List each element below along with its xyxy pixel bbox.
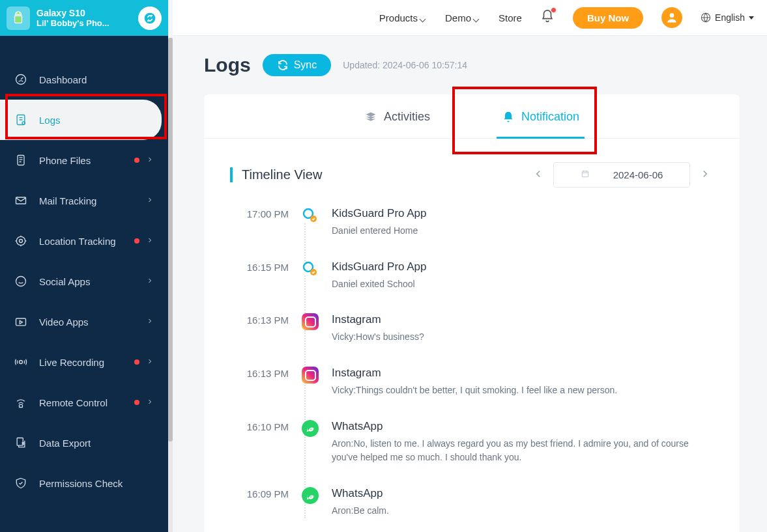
sidebar-item-video-apps[interactable]: Video Apps xyxy=(0,301,168,342)
remote-icon xyxy=(14,396,27,409)
timeline-time: 16:13 PM xyxy=(237,367,289,398)
nav-products[interactable]: Products xyxy=(379,12,427,23)
timeline-body: InstagramVicky:Things couldn't be better… xyxy=(332,367,714,398)
shield-icon xyxy=(14,477,27,490)
date-prev-button[interactable] xyxy=(530,165,547,185)
date-next-button[interactable] xyxy=(697,165,714,185)
chevron-right-icon xyxy=(146,154,154,166)
sync-button[interactable]: Sync xyxy=(263,54,332,76)
logs-card: Activities Notification Timeline View 20… xyxy=(204,94,740,532)
timeline-app-name: KidsGuard Pro App xyxy=(332,207,714,220)
sidebar-item-social-apps[interactable]: Social Apps xyxy=(0,261,168,301)
app-icon-kg xyxy=(302,260,319,277)
timeline-row: 16:13 PMInstagramVicky:Things couldn't b… xyxy=(237,367,714,398)
bell-icon xyxy=(502,111,515,124)
svg-point-0 xyxy=(670,13,674,18)
user-avatar[interactable] xyxy=(661,7,682,28)
alert-dot xyxy=(134,158,139,163)
tab-activities[interactable]: Activities xyxy=(338,94,456,138)
app-icon-wa xyxy=(302,487,319,504)
timeline-row: 16:10 PMWhatsAppAron:No, listen to me. I… xyxy=(237,420,714,465)
timeline-time: 16:09 PM xyxy=(237,487,289,518)
sidebar-nav: Dashboard Logs Phone Files Mail Tracking… xyxy=(0,36,168,503)
timeline-time: 16:13 PM xyxy=(237,313,289,344)
device-header: Galaxy S10 Lil' Bobby's Pho... xyxy=(0,0,168,36)
svg-point-5 xyxy=(22,122,25,124)
layers-icon xyxy=(364,111,377,124)
timeline-body: InstagramVicky:How's business? xyxy=(332,313,714,344)
sidebar-item-mail-tracking[interactable]: Mail Tracking xyxy=(0,180,168,221)
timeline-header: Timeline View 2024-06-06 xyxy=(230,162,714,188)
sidebar-item-permissions-check[interactable]: Permissions Check xyxy=(0,463,168,503)
export-icon xyxy=(14,436,27,449)
app-icon-ig xyxy=(302,367,319,384)
svg-rect-15 xyxy=(582,171,588,177)
svg-rect-13 xyxy=(20,404,23,407)
svg-point-12 xyxy=(20,361,23,364)
timeline-time: 16:10 PM xyxy=(237,420,289,465)
date-nav: 2024-06-06 xyxy=(530,162,714,188)
timeline-time: 17:00 PM xyxy=(237,207,289,238)
timeline-list: 17:00 PMKidsGuard Pro AppDaniel entered … xyxy=(230,207,714,518)
timeline-body: WhatsAppAron:No, listen to me. I always … xyxy=(332,420,714,465)
timeline-time: 16:15 PM xyxy=(237,260,289,292)
timeline-body: KidsGuard Pro AppDaniel exited School xyxy=(332,260,714,292)
location-icon xyxy=(14,234,27,247)
dashboard-icon xyxy=(14,73,27,86)
top-navbar: Products Demo Store Buy Now English xyxy=(173,0,767,36)
svg-point-8 xyxy=(16,236,25,245)
nav-store[interactable]: Store xyxy=(499,12,522,23)
timeline-app-name: KidsGuard Pro App xyxy=(332,260,714,273)
timeline-row: 16:09 PMWhatsAppAron:Be calm. xyxy=(237,487,714,518)
timeline-app-name: WhatsApp xyxy=(332,420,714,433)
notification-dot xyxy=(551,8,556,12)
nav-demo[interactable]: Demo xyxy=(445,12,480,23)
sidebar-item-phone-files[interactable]: Phone Files xyxy=(0,140,168,180)
refresh-icon xyxy=(277,59,289,71)
timeline-message: Vicky:How's business? xyxy=(332,330,714,344)
sidebar-item-live-recording[interactable]: Live Recording xyxy=(0,342,168,382)
timeline-row: 16:13 PMInstagramVicky:How's business? xyxy=(237,313,714,344)
sidebar-item-remote-control[interactable]: Remote Control xyxy=(0,382,168,423)
chevron-down-icon xyxy=(420,14,427,21)
sidebar-item-location-tracking[interactable]: Location Tracking xyxy=(0,221,168,261)
sidebar-scrollbar[interactable] xyxy=(168,38,173,532)
tab-content: Timeline View 2024-06-06 17:00 PMKidsGua… xyxy=(204,139,740,532)
sidebar-item-logs[interactable]: Logs xyxy=(0,100,162,140)
chevron-right-icon xyxy=(146,397,154,408)
sidebar: Galaxy S10 Lil' Bobby's Pho... Dashboard… xyxy=(0,0,168,532)
chevron-right-icon xyxy=(146,316,154,328)
chevron-right-icon xyxy=(146,356,154,368)
timeline-title: Timeline View xyxy=(230,167,322,182)
switch-device-button[interactable] xyxy=(138,7,162,30)
tab-notification[interactable]: Notification xyxy=(476,94,605,138)
svg-point-10 xyxy=(16,277,26,287)
chevron-down-icon xyxy=(474,14,480,21)
svg-rect-6 xyxy=(18,156,24,165)
chevron-right-icon xyxy=(146,235,154,247)
notification-bell-icon[interactable] xyxy=(540,9,555,26)
sidebar-item-dashboard[interactable]: Dashboard xyxy=(0,59,168,100)
date-picker[interactable]: 2024-06-06 xyxy=(553,162,690,188)
alert-dot xyxy=(134,238,139,244)
app-icon-kg xyxy=(302,207,319,224)
sidebar-item-data-export[interactable]: Data Export xyxy=(0,423,168,463)
language-selector[interactable]: English xyxy=(701,12,754,23)
caret-down-icon xyxy=(749,16,754,20)
tabs: Activities Notification xyxy=(204,94,740,139)
page-title: Logs xyxy=(204,54,251,76)
logs-icon xyxy=(14,113,27,126)
main-content: Logs Sync Updated: 2024-06-06 10:57:14 A… xyxy=(174,36,767,532)
svg-rect-11 xyxy=(16,318,26,326)
chevron-right-icon xyxy=(146,275,154,287)
device-sub: Lil' Bobby's Pho... xyxy=(36,18,132,28)
app-icon-wa xyxy=(302,420,319,437)
buy-now-button[interactable]: Buy Now xyxy=(573,7,643,29)
recording-icon xyxy=(14,356,27,369)
svg-point-9 xyxy=(20,240,23,243)
timeline-message: Daniel entered Home xyxy=(332,224,714,238)
calendar-icon xyxy=(581,169,590,180)
alert-dot xyxy=(134,400,139,405)
timeline-message: Aron:Be calm. xyxy=(332,504,714,518)
updated-text: Updated: 2024-06-06 10:57:14 xyxy=(343,60,467,70)
